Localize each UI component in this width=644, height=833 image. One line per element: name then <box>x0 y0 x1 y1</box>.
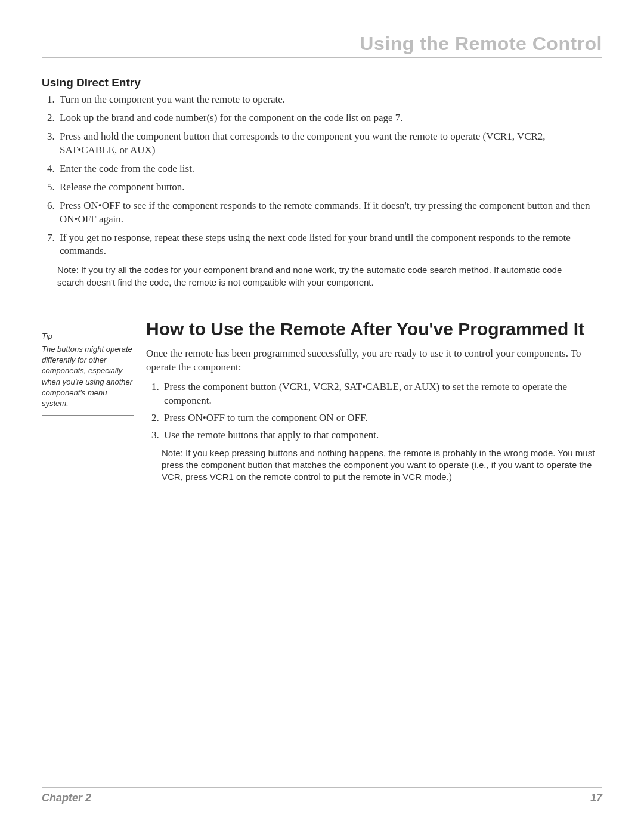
how-to-use-steps: Press the component button (VCR1, VCR2, … <box>146 380 602 442</box>
page-footer: Chapter 2 17 <box>42 787 602 804</box>
footer-page-number: 17 <box>590 792 602 804</box>
section-title-direct-entry: Using Direct Entry <box>42 76 602 89</box>
list-item: Press ON•OFF to see if the component res… <box>57 199 602 227</box>
main-column: How to Use the Remote After You've Progr… <box>134 318 602 483</box>
direct-entry-note: Note: If you try all the codes for your … <box>57 264 602 289</box>
section-heading-how-to-use: How to Use the Remote After You've Progr… <box>146 318 602 340</box>
list-item: Release the component button. <box>57 181 602 194</box>
two-column-section: Tip The buttons might operate differentl… <box>42 318 602 483</box>
how-to-use-note: Note: If you keep pressing buttons and n… <box>162 447 602 484</box>
tip-text: The buttons might operate differently fo… <box>42 345 132 408</box>
direct-entry-steps: Turn on the component you want the remot… <box>42 93 602 258</box>
list-item: Look up the brand and code number(s) for… <box>57 112 602 125</box>
section-direct-entry: Using Direct Entry Turn on the component… <box>42 76 602 289</box>
list-item: Press ON•OFF to turn the component ON or… <box>162 411 602 425</box>
list-item: Use the remote buttons that apply to tha… <box>162 429 602 442</box>
tip-label: Tip <box>42 331 134 342</box>
list-item: Enter the code from the code list. <box>57 162 602 176</box>
list-item: Turn on the component you want the remot… <box>57 93 602 107</box>
list-item: Press the component button (VCR1, VCR2, … <box>162 380 602 408</box>
footer-chapter: Chapter 2 <box>42 792 91 804</box>
tip-sidebar: Tip The buttons might operate differentl… <box>42 327 134 416</box>
list-item: If you get no response, repeat these ste… <box>57 231 602 259</box>
section-intro: Once the remote has been programmed succ… <box>146 347 602 374</box>
list-item: Press and hold the component button that… <box>57 130 602 157</box>
page-header: Using the Remote Control <box>42 33 602 58</box>
